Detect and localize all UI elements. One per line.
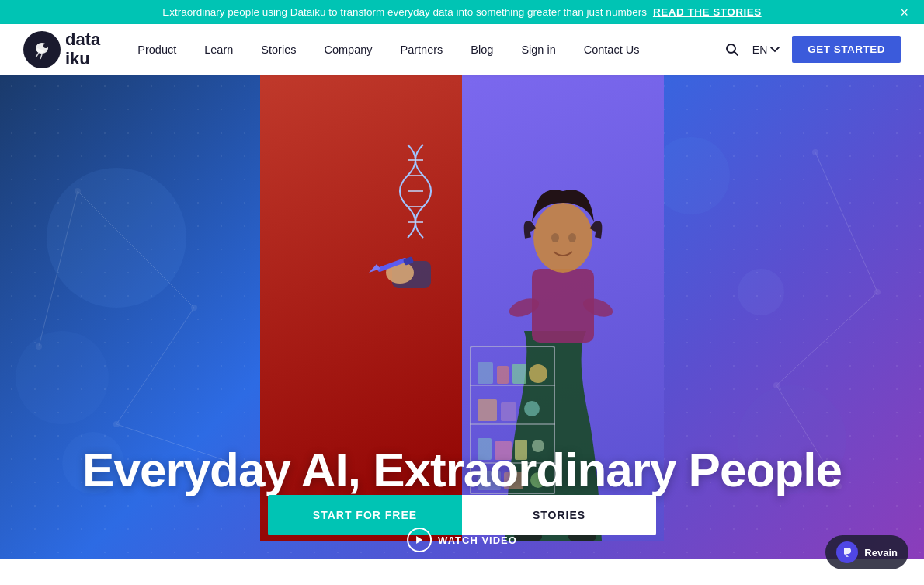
hero-headline: Everyday AI, Extraordinary People xyxy=(0,444,924,496)
language-selector[interactable]: EN xyxy=(752,44,780,56)
get-started-button[interactable]: GET STARTED xyxy=(792,36,901,63)
nav-right: EN GET STARTED xyxy=(724,36,901,63)
bg-circle-5 xyxy=(738,269,784,315)
nav-item-learn[interactable]: Learn xyxy=(190,24,247,75)
svg-rect-43 xyxy=(478,362,493,384)
nav-item-contact[interactable]: Contact Us xyxy=(570,24,654,75)
svg-marker-57 xyxy=(416,536,422,544)
svg-rect-45 xyxy=(512,364,526,384)
bg-circle-4 xyxy=(652,137,730,214)
svg-point-36 xyxy=(568,233,576,242)
nav-item-company[interactable]: Company xyxy=(310,24,386,75)
svg-line-4 xyxy=(734,51,738,55)
svg-point-46 xyxy=(529,364,547,383)
banner-text: Extraordinary people using Dataiku to tr… xyxy=(162,6,647,18)
nav-item-signin[interactable]: Sign in xyxy=(507,24,569,75)
hero-section: Everyday AI, Extraordinary People START … xyxy=(0,75,924,559)
search-button[interactable] xyxy=(724,42,740,57)
banner-link[interactable]: READ THE STORIES xyxy=(653,6,762,18)
bg-circle-1 xyxy=(47,168,186,308)
svg-point-35 xyxy=(551,233,559,242)
nav-item-stories[interactable]: Stories xyxy=(247,24,310,75)
logo-text: data iku xyxy=(65,30,100,68)
navbar: data iku Product Learn Stories Company P… xyxy=(0,24,924,75)
nav-item-partners[interactable]: Partners xyxy=(387,24,457,75)
bg-circle-2 xyxy=(16,331,109,424)
nav-item-blog[interactable]: Blog xyxy=(457,24,507,75)
nav-links: Product Learn Stories Company Partners B… xyxy=(123,24,724,75)
watch-video-label: WATCH VIDEO xyxy=(438,535,517,546)
svg-rect-48 xyxy=(501,402,516,421)
svg-point-49 xyxy=(524,401,540,416)
revain-widget[interactable]: Revain xyxy=(825,535,908,569)
logo[interactable]: data iku xyxy=(23,30,100,68)
revain-label: Revain xyxy=(864,547,898,559)
watch-video-button[interactable]: WATCH VIDEO xyxy=(407,528,517,552)
svg-rect-44 xyxy=(497,366,509,384)
announcement-banner: Extraordinary people using Dataiku to tr… xyxy=(0,0,924,24)
svg-point-2 xyxy=(43,44,48,48)
nav-item-product[interactable]: Product xyxy=(123,24,190,75)
hero-content: Everyday AI, Extraordinary People xyxy=(0,444,924,496)
logo-icon xyxy=(23,31,61,68)
banner-close-button[interactable]: × xyxy=(900,4,908,20)
svg-point-34 xyxy=(533,203,592,273)
revain-icon xyxy=(836,541,858,563)
dna-decoration xyxy=(392,137,439,245)
play-icon xyxy=(407,528,432,552)
svg-rect-47 xyxy=(478,399,497,421)
